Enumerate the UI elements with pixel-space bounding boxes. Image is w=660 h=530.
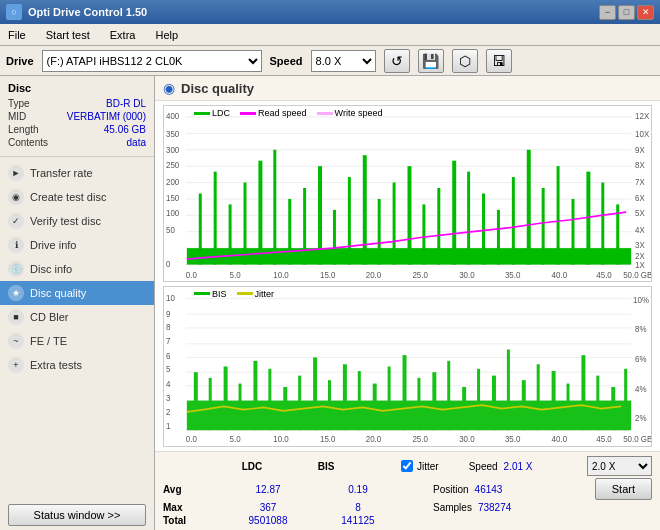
svg-text:300: 300 [166,145,180,155]
menu-start-test[interactable]: Start test [42,27,94,43]
start-button[interactable]: Start [595,478,652,500]
refresh-button[interactable]: ↺ [384,49,410,73]
svg-text:15.0: 15.0 [320,433,336,444]
svg-text:40.0: 40.0 [552,269,568,279]
svg-text:35.0: 35.0 [505,269,521,279]
svg-rect-126 [432,372,436,430]
save-button[interactable]: 🖫 [486,49,512,73]
total-label: Total [163,515,213,526]
nav-disc-quality[interactable]: ★ Disc quality [0,281,154,305]
svg-text:6: 6 [166,350,171,361]
cd-bler-icon: ■ [8,309,24,325]
nav-disc-info[interactable]: 💿 Disc info [0,257,154,281]
svg-rect-124 [403,355,407,430]
menu-help[interactable]: Help [151,27,182,43]
action1-button[interactable]: 💾 [418,49,444,73]
action2-button[interactable]: ⬡ [452,49,478,73]
nav-transfer-rate[interactable]: ► Transfer rate [0,161,154,185]
nav-create-test[interactable]: ◉ Create test disc [0,185,154,209]
menu-extra[interactable]: Extra [106,27,140,43]
svg-rect-134 [552,371,556,430]
svg-rect-47 [258,161,262,265]
close-button[interactable]: ✕ [637,5,654,20]
svg-rect-54 [363,155,367,264]
drive-info-icon: ℹ [8,237,24,253]
svg-text:20.0: 20.0 [366,433,382,444]
svg-text:30.0: 30.0 [459,433,475,444]
jitter-checkbox[interactable] [401,460,413,472]
menu-file[interactable]: File [4,27,30,43]
svg-rect-119 [328,380,331,430]
svg-rect-56 [393,183,396,265]
maximize-button[interactable]: □ [618,5,635,20]
stats-bar: LDC BIS Jitter Speed 2.01 X 2.0 X [155,451,660,530]
verify-test-label: Verify test disc [30,215,101,227]
svg-rect-68 [571,199,574,265]
svg-text:5: 5 [166,364,171,375]
minimize-button[interactable]: − [599,5,616,20]
transfer-rate-label: Transfer rate [30,167,93,179]
svg-text:7: 7 [166,335,171,346]
nav-extra-tests[interactable]: + Extra tests [0,353,154,377]
speed-select[interactable]: 8.0 X [311,50,376,72]
bis-max: 8 [323,502,393,513]
disc-type-value: BD-R DL [106,98,146,109]
speed-label: Speed [270,55,303,67]
svg-text:45.0: 45.0 [596,433,612,444]
svg-text:400: 400 [166,111,180,121]
bis-legend-label: BIS [212,289,227,299]
svg-text:5.0: 5.0 [230,433,241,444]
disc-type-label: Type [8,98,30,109]
disc-info-section: Disc Type BD-R DL MID VERBATIMf (000) Le… [0,76,154,157]
svg-text:0.0: 0.0 [186,433,197,444]
nav-fe-te[interactable]: ~ FE / TE [0,329,154,353]
read-speed-legend-label: Read speed [258,108,307,118]
svg-text:10: 10 [166,292,175,303]
svg-text:15.0: 15.0 [320,269,336,279]
app-title: Opti Drive Control 1.50 [28,6,147,18]
extra-tests-label: Extra tests [30,359,82,371]
disc-contents-value: data [127,137,146,148]
svg-text:45.0: 45.0 [596,269,612,279]
svg-rect-46 [244,183,247,265]
fe-te-label: FE / TE [30,335,67,347]
create-test-icon: ◉ [8,189,24,205]
svg-rect-48 [273,150,276,265]
cd-bler-label: CD Bler [30,311,69,323]
svg-rect-128 [462,387,466,430]
disc-length-label: Length [8,124,39,135]
svg-rect-122 [373,384,377,431]
svg-rect-139 [624,369,627,430]
nav-cd-bler[interactable]: ■ CD Bler [0,305,154,329]
speed-select2[interactable]: 2.0 X [587,456,652,476]
svg-rect-57 [408,166,412,264]
nav-drive-info[interactable]: ℹ Drive info [0,233,154,257]
disc-contents-label: Contents [8,137,48,148]
svg-rect-123 [388,366,391,430]
speed-value: 2.01 X [504,461,533,472]
svg-rect-137 [596,376,599,431]
svg-text:8X: 8X [635,160,645,170]
disc-section-title: Disc [8,82,146,94]
svg-text:50: 50 [166,224,175,234]
max-label: Max [163,502,213,513]
drive-select[interactable]: (F:) ATAPI iHBS112 2 CL0K [42,50,262,72]
svg-text:6%: 6% [635,353,647,364]
svg-text:35.0: 35.0 [505,433,521,444]
disc-info-icon: 💿 [8,261,24,277]
status-window-button[interactable]: Status window >> [8,504,146,526]
svg-rect-67 [557,166,560,264]
svg-rect-61 [467,172,470,265]
svg-rect-50 [303,188,306,265]
verify-test-icon: ✓ [8,213,24,229]
svg-text:350: 350 [166,128,180,138]
ldc-col-header: LDC [217,461,287,472]
write-speed-legend-label: Write speed [335,108,383,118]
nav-verify-test[interactable]: ✓ Verify test disc [0,209,154,233]
bis-total: 141125 [323,515,393,526]
disc-quality-label: Disc quality [30,287,86,299]
transfer-rate-icon: ► [8,165,24,181]
create-test-label: Create test disc [30,191,106,203]
svg-rect-64 [512,177,515,264]
svg-rect-70 [601,183,604,265]
